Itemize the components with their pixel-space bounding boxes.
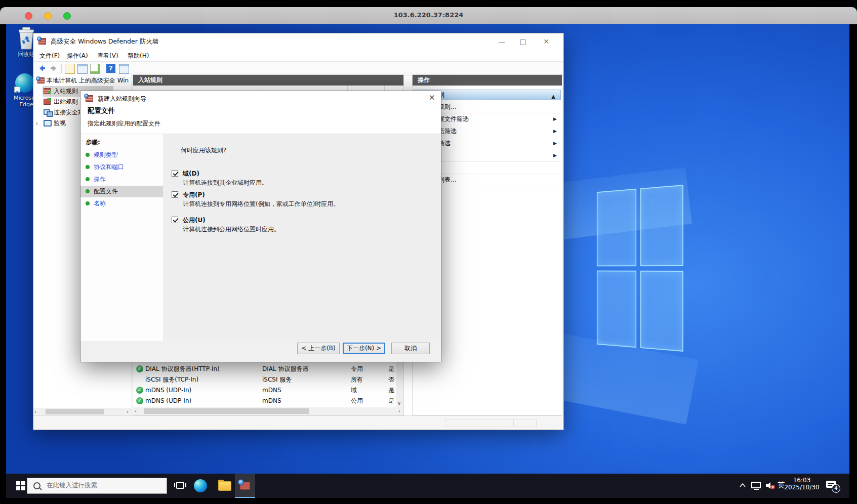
window-title: 高级安全 Windows Defender 防火墙: [51, 37, 158, 46]
wizard-content: 何时应用该规则? 域(D) 计算机连接到其企业域时应用。 专用(P) 计算机连接…: [163, 134, 441, 341]
rule-enabled: 是: [388, 396, 394, 406]
submenu-arrow-icon: ▶: [553, 150, 557, 161]
wizard-step-rule-type[interactable]: 规则类型: [80, 149, 163, 161]
list-hscrollbar[interactable]: ‹ ›: [133, 407, 404, 415]
taskbar-search[interactable]: [27, 478, 167, 494]
rule-group: iSCSI 服务: [262, 374, 292, 385]
rule-enabled-icon: ✓: [136, 397, 143, 404]
rule-group: DIAL 协议服务器: [262, 364, 309, 374]
scroll-down-icon[interactable]: ∨: [397, 399, 401, 407]
domain-checkbox[interactable]: [172, 170, 178, 177]
network-icon: [754, 489, 759, 490]
wizard-step-name[interactable]: 名称: [80, 198, 163, 209]
export-list-icon[interactable]: [90, 64, 100, 74]
rule-row[interactable]: ✓ mDNS (UDP-In) mDNS 域 是: [133, 385, 404, 396]
wizard-header: 新建入站规则向导 ✕ 配置文件 指定此规则应用的配置文件: [80, 91, 441, 134]
wizard-question: 何时应用该规则?: [181, 146, 226, 155]
tray-expand-chevron-icon[interactable]: [739, 483, 746, 488]
scroll-right-icon[interactable]: ›: [127, 408, 129, 415]
collapse-icon[interactable]: ▲: [551, 92, 555, 101]
globe-icon: [238, 479, 244, 485]
step-label: 名称: [94, 199, 106, 208]
rule-name: mDNS (UDP-In): [145, 385, 191, 396]
maximize-button[interactable]: □: [515, 36, 530, 47]
wizard-steps-panel: 步骤: 规则类型 协议和端口 操作 配置文件: [80, 134, 164, 341]
globe-icon: [36, 76, 40, 81]
taskbar-explorer-button[interactable]: [214, 474, 234, 498]
windows-desktop[interactable]: 回收站 Microsoft Edge 高级安全 Windows Defender…: [6, 24, 849, 498]
back-button[interactable]: [37, 64, 47, 73]
public-checkbox[interactable]: [172, 217, 178, 223]
taskbar-firewall-button-active[interactable]: [235, 474, 255, 498]
menu-view[interactable]: 查看(V): [97, 52, 118, 60]
network-icon[interactable]: [751, 482, 761, 488]
scroll-right-icon[interactable]: ›: [398, 407, 400, 415]
menu-action[interactable]: 操作(A): [67, 52, 88, 60]
rule-profile: 公用: [351, 396, 363, 406]
console-window-icon[interactable]: [77, 64, 88, 74]
option-desc: 计算机连接到公用网络位置时应用。: [183, 225, 280, 234]
submenu-arrow-icon: ▶: [553, 138, 557, 149]
private-checkbox[interactable]: [172, 191, 178, 198]
wizard-step-profile-current[interactable]: 配置文件: [80, 186, 163, 197]
expander-chevron-icon[interactable]: ›: [35, 118, 38, 129]
scroll-left-icon[interactable]: ‹: [34, 408, 36, 415]
scroll-thumb[interactable]: [144, 408, 309, 414]
file-explorer-icon: [218, 480, 224, 482]
action-center-button[interactable]: 4: [825, 479, 840, 493]
wizard-page-subtitle: 指定此规则应用的配置文件: [88, 119, 160, 128]
help-icon[interactable]: ?: [106, 64, 115, 73]
window-titlebar[interactable]: 高级安全 Windows Defender 防火墙 — □ ✕: [33, 33, 563, 50]
status-bar: [33, 415, 562, 430]
toolbar: ?: [33, 61, 563, 75]
scroll-thumb[interactable]: [46, 409, 104, 414]
wizard-page-title: 配置文件: [88, 106, 115, 115]
back-button[interactable]: < 上一步(B): [297, 343, 340, 354]
rule-row[interactable]: iSCSI 服务(TCP-In) iSCSI 服务 所有 否: [133, 374, 404, 385]
close-icon[interactable]: ✕: [429, 93, 435, 102]
rule-group: mDNS: [262, 396, 281, 406]
cancel-button[interactable]: 取消: [391, 343, 430, 354]
menu-bar: 文件(F) 操作(A) 查看(V) 帮助(H): [33, 50, 563, 61]
wizard-step-protocol-ports[interactable]: 协议和端口: [80, 161, 163, 173]
option-label[interactable]: 域(D): [183, 170, 199, 178]
menu-file[interactable]: 文件(F): [39, 52, 60, 60]
rule-row[interactable]: ✓ mDNS (UDP-In) mDNS 公用 是: [133, 396, 404, 406]
forward-button[interactable]: [49, 64, 58, 73]
search-input[interactable]: [46, 481, 159, 489]
toolbar-separator: [103, 64, 103, 73]
option-label[interactable]: 专用(P): [183, 191, 205, 199]
menu-help[interactable]: 帮助(H): [128, 52, 149, 60]
step-label: 规则类型: [94, 151, 118, 159]
console-window-icon[interactable]: [119, 64, 129, 74]
volume-muted-icon[interactable]: [765, 481, 776, 490]
tree-root-item[interactable]: 本地计算机 上的高级安全 Win: [33, 75, 132, 86]
rule-name: DIAL 协议服务器(HTTP-In): [145, 364, 220, 374]
task-view-icon: [176, 482, 184, 489]
tree-item-label: 监视: [54, 118, 66, 129]
monitoring-icon: [44, 120, 52, 127]
search-icon: [33, 482, 40, 489]
scroll-left-icon[interactable]: ‹: [135, 407, 137, 415]
option-label[interactable]: 公用(U): [183, 216, 206, 225]
rule-row[interactable]: ✓ DIAL 协议服务器(HTTP-In) DIAL 协议服务器 专用 是: [133, 364, 404, 374]
task-view-button[interactable]: [171, 474, 191, 498]
next-button[interactable]: 下一步(N) >: [343, 343, 385, 354]
notification-icon: [828, 485, 832, 486]
profile-option-public: 公用(U) 计算机连接到公用网络位置时应用。: [172, 216, 425, 236]
globe-icon: [84, 94, 89, 98]
minimize-button[interactable]: —: [494, 36, 509, 47]
wizard-step-action[interactable]: 操作: [80, 174, 163, 185]
checkmark-icon: [173, 217, 178, 222]
option-desc: 计算机连接到专用网络位置(例如，家或工作单位)时应用。: [183, 200, 339, 208]
file-explorer-icon: [218, 481, 231, 491]
taskbar-edge-button[interactable]: [190, 474, 211, 498]
rule-name: mDNS (UDP-In): [145, 396, 191, 406]
option-desc: 计算机连接到其企业域时应用。: [183, 179, 268, 187]
list-panel-title: 入站规则: [133, 75, 403, 86]
taskbar-clock[interactable]: 16:03 2025/10/30: [784, 477, 820, 495]
close-button[interactable]: ✕: [539, 36, 554, 47]
task-view-icon: [174, 483, 175, 487]
snap-in-icon[interactable]: [65, 64, 75, 74]
tree-hscrollbar[interactable]: ‹ ›: [33, 408, 132, 415]
